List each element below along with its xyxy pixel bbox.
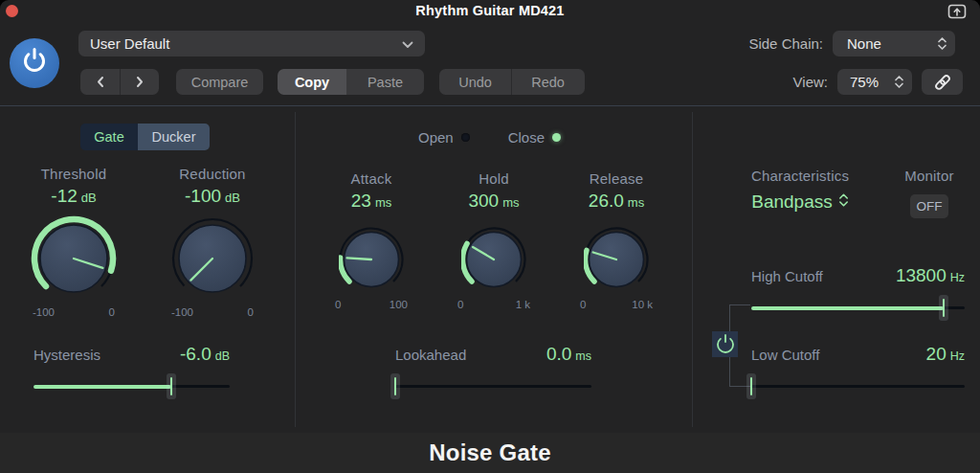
previous-preset-button[interactable] [80,69,120,95]
copy-button[interactable]: Copy [278,69,346,95]
view-label: View: [793,74,828,90]
link-button[interactable] [922,69,963,95]
plugin-window: Rhythm Guitar MD421 User Default Compare… [0,0,980,473]
filter-power-button[interactable] [712,331,738,357]
hold-control: Hold 300ms 01 k [439,170,548,310]
next-preset-button[interactable] [120,69,159,95]
monitor-toggle-button[interactable]: OFF [910,194,948,218]
link-icon [931,71,954,94]
undo-button[interactable]: Undo [439,69,512,95]
undo-redo-segment: Undo Redo [439,69,585,95]
hysteresis-value[interactable]: -6.0dB [180,344,230,365]
lookahead-slider[interactable] [395,373,591,399]
chevron-left-icon [96,76,105,88]
release-knob[interactable] [584,227,649,296]
threshold-value[interactable]: -12dB [51,186,96,210]
high-cutoff-slider[interactable] [751,295,965,321]
slider-thumb[interactable] [390,373,400,399]
stepper-icon [894,75,904,92]
side-chain-row: Side Chain: None [748,31,955,56]
divider [295,112,296,427]
divider [692,112,693,427]
slider-thumb[interactable] [167,373,176,399]
stepper-icon [937,36,947,54]
chevron-down-icon [402,35,413,52]
chevron-right-icon [135,76,145,88]
tab-ducker[interactable]: Ducker [138,124,210,150]
low-cutoff-value[interactable]: 20Hz [926,344,965,365]
gate-state-indicators: Open Close [418,129,561,146]
stepper-icon [838,191,849,213]
attack-value[interactable]: 23ms [351,191,391,214]
characteristics-dropdown[interactable]: Bandpass [751,191,849,213]
close-led [552,133,561,142]
threshold-control: Threshold -12dB -1000 [19,166,128,318]
reduction-control: Reduction -100dB -1000 [158,166,267,318]
preset-dropdown[interactable]: User Default [78,31,425,56]
characteristics-control: Characteristics Bandpass [727,168,873,213]
hysteresis-slider[interactable] [33,373,230,399]
open-in-window-icon[interactable] [946,2,969,21]
release-value[interactable]: 26.0ms [589,191,644,214]
threshold-knob[interactable] [30,214,118,306]
plugin-power-button[interactable] [10,38,59,88]
hysteresis-control: Hysteresis -6.0dB [33,344,230,399]
attack-knob[interactable] [339,227,404,296]
high-cutoff-value[interactable]: 13800Hz [896,265,965,286]
slider-thumb[interactable] [939,295,948,321]
paste-button[interactable]: Paste [346,69,424,95]
reduction-value[interactable]: -100dB [185,186,240,210]
side-chain-dropdown[interactable]: None [833,31,955,56]
monitor-control: Monitor OFF [890,168,969,218]
lookahead-control: Lookahead 0.0ms [395,344,591,399]
attack-control: Attack 23ms 0100 [317,170,426,310]
hold-knob[interactable] [461,227,526,296]
copy-paste-segment: Copy Paste [278,69,424,95]
compare-button[interactable]: Compare [176,69,263,95]
open-led [461,133,470,142]
release-control: Release 26.0ms 010 k [562,170,671,310]
slider-thumb[interactable] [746,373,756,399]
low-cutoff-slider[interactable] [751,373,965,399]
high-cutoff-control: High Cutoff 13800Hz [751,265,965,321]
view-row: View: 75% [793,69,963,95]
gate-panel: Gate Ducker Threshold -12dB -1000 Reduct… [0,105,980,433]
lookahead-value[interactable]: 0.0ms [546,344,591,365]
mode-tabs: Gate Ducker [80,124,210,150]
power-icon [20,47,49,79]
side-chain-label: Side Chain: [748,35,823,52]
redo-button[interactable]: Redo [512,69,584,95]
plugin-name: Noise Gate [429,439,550,466]
power-icon [715,334,736,355]
window-title: Rhythm Guitar MD421 [0,3,980,18]
low-cutoff-control: Low Cutoff 20Hz [751,344,965,399]
view-zoom-stepper[interactable]: 75% [837,69,912,95]
preset-value: User Default [90,35,169,52]
reduction-knob[interactable] [168,214,256,306]
preset-nav [80,69,159,95]
plugin-name-bar: Noise Gate [0,433,980,473]
hold-value[interactable]: 300ms [468,191,519,214]
tab-gate[interactable]: Gate [80,124,138,150]
titlebar: Rhythm Guitar MD421 [0,0,980,23]
